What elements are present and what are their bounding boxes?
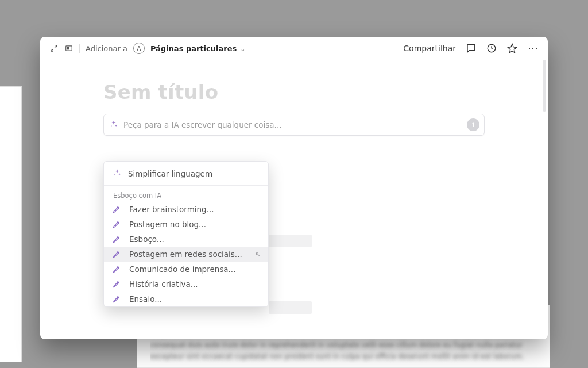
breadcrumb-current-label: Páginas particulares	[150, 44, 237, 53]
toolbar: Adicionar a A Páginas particulares ⌄ Com…	[40, 37, 548, 57]
svg-rect-1	[67, 47, 69, 50]
share-button[interactable]: Compartilhar	[403, 44, 456, 53]
ai-prompt-input[interactable]: Peça para a IA escrever qualquer coisa..…	[103, 114, 485, 136]
more-options-icon[interactable]	[527, 43, 539, 54]
ai-sparkle-icon	[113, 168, 121, 178]
ai-option-simplify[interactable]: Simplificar linguagem	[104, 162, 268, 186]
toolbar-separator	[79, 44, 80, 53]
ai-draft-option[interactable]: Esboço...	[104, 232, 268, 247]
updates-clock-icon[interactable]	[486, 43, 497, 54]
ai-draft-option[interactable]: Postagem em redes sociais...↖	[104, 247, 268, 262]
ai-suggestions-dropdown: Simplificar linguagem Esboço com IA Faze…	[103, 161, 269, 307]
ai-draft-option-label: Postagem no blog...	[129, 220, 206, 229]
ai-section-label: Esboço com IA	[104, 186, 268, 202]
ai-draft-option[interactable]: Ensaio...	[104, 292, 268, 306]
ai-draft-option-label: Postagem em redes sociais...	[129, 250, 242, 259]
ai-option-simplify-label: Simplificar linguagem	[128, 169, 212, 178]
ai-sparkle-icon	[110, 120, 118, 130]
scrollbar[interactable]	[543, 60, 546, 112]
ghost-block	[269, 235, 312, 247]
background-sidebar-stub	[0, 86, 22, 362]
insert-arrow-icon: ↖	[255, 250, 261, 259]
breadcrumb-current[interactable]: Páginas particulares ⌄	[150, 44, 246, 53]
expand-icon[interactable]	[49, 44, 59, 53]
ai-draft-option-label: Fazer brainstorming...	[129, 205, 214, 214]
comments-icon[interactable]	[465, 43, 477, 54]
ai-draft-option[interactable]: Comunicado de imprensa...	[104, 262, 268, 277]
ai-draft-options-list: Fazer brainstorming...Postagem no blog..…	[104, 202, 268, 306]
ghost-block	[269, 301, 312, 314]
ai-draft-option-label: Ensaio...	[129, 294, 162, 304]
ai-draft-option[interactable]: História criativa...	[104, 277, 268, 292]
ai-draft-option[interactable]: Postagem no blog...	[104, 217, 268, 232]
ai-draft-option-label: Esboço...	[129, 235, 164, 244]
page-body: Sem título Peça para a IA escrever qualq…	[40, 57, 548, 339]
ai-draft-option[interactable]: Fazer brainstorming...	[104, 202, 268, 217]
ai-draft-option-label: História criativa...	[129, 279, 198, 289]
page-title-placeholder[interactable]: Sem título	[103, 80, 485, 103]
ai-prompt-placeholder: Peça para a IA escrever qualquer coisa..…	[123, 120, 281, 129]
ai-submit-button[interactable]	[467, 118, 479, 131]
favorite-star-icon[interactable]	[506, 43, 518, 54]
page-modal: Adicionar a A Páginas particulares ⌄ Com…	[40, 37, 548, 339]
peek-mode-icon[interactable]	[64, 44, 74, 53]
ai-draft-option-label: Comunicado de imprensa...	[129, 264, 235, 274]
add-to-label: Adicionar a	[86, 44, 127, 53]
workspace-avatar[interactable]: A	[133, 43, 145, 54]
chevron-down-icon: ⌄	[240, 45, 245, 53]
